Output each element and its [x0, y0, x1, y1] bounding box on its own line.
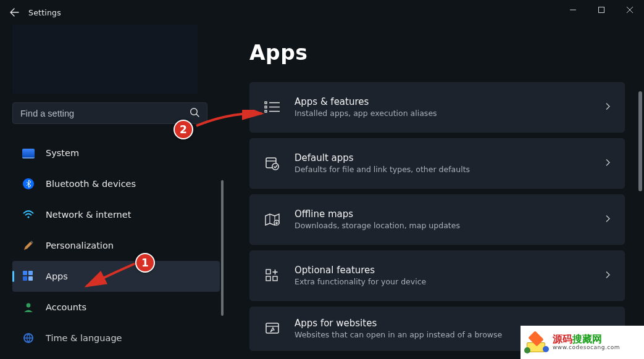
card-apps-features[interactable]: Apps & features Installed apps, app exec…	[249, 82, 625, 133]
minimize-button[interactable]	[559, 0, 587, 20]
sidebar-item-label: System	[46, 148, 79, 158]
watermark: 源码搜藏网 www.codesocang.com	[521, 326, 644, 359]
watermark-title: 源码搜藏网	[553, 334, 620, 345]
card-subtitle: Extra functionality for your device	[295, 277, 426, 287]
sidebar-item-system[interactable]: System	[12, 138, 220, 168]
brush-icon	[21, 238, 36, 253]
card-title: Optional features	[295, 264, 426, 276]
nav-list: System Bluetooth & devices Network & int…	[12, 138, 220, 353]
globe-clock-icon	[21, 331, 36, 345]
watermark-logo-icon	[524, 330, 550, 355]
chevron-right-icon	[604, 214, 611, 226]
card-subtitle: Defaults for file and link types, other …	[295, 165, 470, 175]
main-content: Apps Apps & features Installed apps, app…	[249, 41, 644, 359]
sidebar-item-label: Accounts	[46, 302, 86, 312]
arrow-left-icon	[9, 7, 19, 17]
sidebar-scrollbar[interactable]	[221, 180, 224, 316]
title-bar: Settings	[0, 0, 644, 25]
svg-rect-10	[265, 106, 267, 108]
card-default-apps[interactable]: Default apps Defaults for file and link …	[249, 138, 625, 189]
map-icon	[264, 211, 281, 228]
card-subtitle: Websites that can open in an app instead…	[295, 330, 502, 340]
maximize-button[interactable]	[587, 0, 616, 20]
annotation-badge-2: 2	[174, 120, 193, 139]
card-title: Apps for websites	[295, 317, 502, 329]
close-button[interactable]	[616, 0, 644, 20]
card-title: Apps & features	[295, 96, 437, 108]
card-text: Optional features Extra functionality fo…	[295, 264, 426, 287]
card-optional-features[interactable]: Optional features Extra functionality fo…	[249, 250, 625, 301]
card-subtitle: Installed apps, app execution aliases	[295, 109, 437, 119]
page-title: Apps	[249, 41, 644, 65]
card-text: Default apps Defaults for file and link …	[295, 152, 470, 175]
annotation-arrow-2	[193, 110, 267, 131]
card-subtitle: Downloads, storage location, map updates	[295, 221, 460, 231]
svg-rect-1	[599, 7, 604, 13]
card-offline-maps[interactable]: Offline maps Downloads, storage location…	[249, 194, 625, 245]
svg-rect-9	[265, 102, 267, 104]
chevron-right-icon	[604, 102, 611, 113]
sidebar-item-label: Network & internet	[46, 210, 131, 220]
user-icon	[21, 300, 36, 315]
card-text: Apps for websites Websites that can open…	[295, 317, 502, 340]
apps-icon	[21, 269, 36, 284]
profile-placeholder	[12, 25, 198, 94]
svg-point-17	[272, 163, 278, 170]
sidebar-item-label: Personalization	[46, 241, 114, 250]
apps-websites-icon	[264, 320, 281, 337]
svg-rect-21	[266, 270, 270, 274]
svg-rect-22	[266, 276, 270, 281]
main-scrollbar[interactable]	[638, 91, 642, 191]
card-text: Apps & features Installed apps, app exec…	[295, 96, 437, 118]
bluetooth-icon	[21, 176, 36, 191]
optional-features-icon	[264, 267, 281, 284]
app-title: Settings	[28, 8, 61, 17]
monitor-icon	[21, 146, 36, 160]
chevron-right-icon	[604, 158, 611, 170]
card-title: Default apps	[295, 152, 470, 164]
svg-point-7	[27, 303, 31, 308]
sidebar-item-bluetooth[interactable]: Bluetooth & devices	[12, 168, 220, 199]
svg-point-6	[27, 216, 29, 218]
back-button[interactable]	[0, 0, 28, 25]
svg-rect-23	[273, 276, 277, 281]
sidebar-item-network[interactable]: Network & internet	[12, 199, 220, 230]
card-title: Offline maps	[295, 208, 460, 220]
chevron-right-icon	[604, 270, 611, 282]
wifi-icon	[21, 207, 36, 222]
default-apps-icon	[264, 155, 281, 172]
sidebar-item-label: Bluetooth & devices	[46, 179, 136, 189]
sidebar-item-label: Apps	[46, 271, 68, 281]
card-text: Offline maps Downloads, storage location…	[295, 208, 460, 231]
annotation-badge-1: 1	[135, 253, 155, 273]
sidebar-item-label: Time & language	[46, 333, 122, 343]
window-controls	[559, 0, 644, 20]
cards-list: Apps & features Installed apps, app exec…	[249, 82, 625, 351]
sidebar-item-time-language[interactable]: Time & language	[12, 323, 220, 353]
sidebar: System Bluetooth & devices Network & int…	[0, 25, 222, 359]
watermark-url: www.codesocang.com	[553, 345, 620, 351]
